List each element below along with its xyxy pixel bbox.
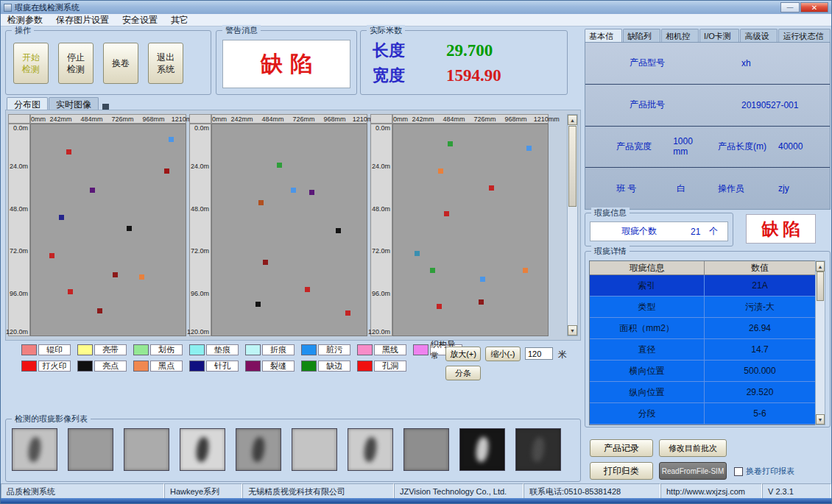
legend-swatch bbox=[21, 344, 37, 355]
length-input[interactable] bbox=[525, 347, 553, 360]
defect-thumbnail[interactable] bbox=[515, 428, 561, 471]
defect-marker[interactable] bbox=[526, 146, 532, 151]
defect-marker[interactable] bbox=[68, 289, 73, 294]
defect-marker[interactable] bbox=[113, 272, 118, 277]
x-tick-label: 242mm bbox=[49, 116, 71, 123]
defect-marker[interactable] bbox=[258, 200, 264, 205]
defect-table-row[interactable]: 直径14.7 bbox=[590, 339, 815, 361]
meters-group-label: 实际米数 bbox=[367, 25, 405, 36]
defect-marker[interactable] bbox=[309, 190, 314, 195]
scrollbar-thumb[interactable] bbox=[817, 271, 824, 301]
status-segment: 联系电话:0510-85381428 bbox=[523, 483, 660, 500]
defect-marker[interactable] bbox=[255, 302, 261, 307]
product-record-button[interactable]: 产品记录 bbox=[590, 439, 653, 457]
x-tick-label: 726mm bbox=[111, 116, 133, 123]
defect-marker[interactable] bbox=[263, 260, 268, 265]
menu-item[interactable]: 安全设置 bbox=[116, 14, 164, 26]
defect-table-row[interactable]: 纵向位置29.520 bbox=[590, 382, 815, 403]
defect-marker[interactable] bbox=[139, 274, 144, 280]
modify-batch-button[interactable]: 修改目前批次 bbox=[659, 439, 727, 457]
minimize-button[interactable]: — bbox=[780, 2, 800, 13]
table-scrollbar[interactable]: ▲ ▼ bbox=[815, 260, 825, 425]
operation-button[interactable]: 换卷 bbox=[103, 43, 138, 84]
x-tick-label: 484mm bbox=[443, 116, 465, 123]
defect-marker[interactable] bbox=[277, 163, 282, 168]
defect-thumbnail[interactable] bbox=[348, 428, 393, 471]
taskbar-strip bbox=[1, 498, 831, 503]
distribution-plot[interactable] bbox=[392, 124, 549, 336]
defect-marker[interactable] bbox=[415, 251, 420, 256]
menu-item[interactable]: 检测参数 bbox=[1, 14, 49, 26]
defect-marker[interactable] bbox=[127, 226, 132, 231]
defect-field-name: 纵向位置 bbox=[590, 382, 705, 402]
defect-marker[interactable] bbox=[164, 168, 169, 174]
defect-marker[interactable] bbox=[444, 211, 449, 216]
defect-thumbnail[interactable] bbox=[68, 428, 113, 471]
defect-table-row[interactable]: 索引21A bbox=[590, 275, 815, 297]
defect-marker[interactable] bbox=[336, 228, 341, 233]
legend-label: 黑点 bbox=[150, 361, 183, 372]
defect-thumbnail[interactable] bbox=[180, 428, 225, 471]
defect-marker[interactable] bbox=[291, 188, 296, 193]
defect-thumbnail[interactable] bbox=[292, 428, 337, 471]
defect-marker[interactable] bbox=[97, 308, 102, 313]
defect-marker[interactable] bbox=[59, 215, 64, 220]
print-classify-button[interactable]: 打印归类 bbox=[590, 462, 653, 480]
info-row: 产品宽度1000 mm产品长度(m)40000 bbox=[585, 127, 830, 168]
defect-thumbnail[interactable] bbox=[403, 428, 449, 471]
defect-marker[interactable] bbox=[66, 149, 71, 155]
field-value: 40000 bbox=[778, 141, 803, 152]
defect-thumbnail[interactable] bbox=[236, 428, 281, 471]
defect-marker[interactable] bbox=[437, 304, 442, 309]
defect-field-name: 直径 bbox=[590, 339, 705, 360]
defect-marker[interactable] bbox=[49, 253, 54, 258]
statusbar: 品质检测系统Hawkeye系列无锡精质视觉科技有限公司JZVision Tech… bbox=[1, 483, 831, 500]
info-cell: 操作员zjy bbox=[708, 182, 830, 195]
defect-marker[interactable] bbox=[430, 268, 435, 273]
plot-scrollbar[interactable]: ▲ ▼ bbox=[567, 114, 578, 336]
y-tick-label: 96.0m bbox=[191, 290, 209, 297]
zoom-out-button[interactable]: 缩小(-) bbox=[485, 347, 521, 361]
field-value: 20190527-001 bbox=[741, 100, 798, 110]
defect-marker[interactable] bbox=[438, 168, 443, 174]
scroll-up-icon[interactable]: ▲ bbox=[568, 115, 577, 125]
defect-table-row[interactable]: 横向位置500.000 bbox=[590, 361, 815, 382]
menu-item[interactable]: 其它 bbox=[164, 14, 195, 26]
defect-table-row[interactable]: 类型污渍-大 bbox=[590, 297, 815, 318]
defect-table-row[interactable]: 面积（mm2）26.94 bbox=[590, 318, 815, 339]
defect-thumbnail[interactable] bbox=[12, 428, 57, 471]
menu-item[interactable]: 保存图片设置 bbox=[49, 14, 116, 26]
thumbnail-group: 检测的瑕疵影像列表 bbox=[5, 419, 581, 482]
defect-marker[interactable] bbox=[480, 277, 485, 282]
defect-info-group-label: 瑕疵信息 bbox=[591, 207, 630, 219]
defect-thumbnail[interactable] bbox=[124, 428, 169, 471]
distribution-plot[interactable] bbox=[30, 124, 186, 336]
defect-field-value: 污渍-大 bbox=[705, 297, 815, 317]
defect-field-name: 类型 bbox=[590, 297, 705, 317]
split-button[interactable]: 分条 bbox=[445, 366, 481, 380]
read-from-file-button[interactable]: ReadFromFile-SIM bbox=[659, 462, 727, 480]
scroll-down-icon[interactable]: ▼ bbox=[816, 414, 825, 425]
defect-marker[interactable] bbox=[305, 287, 310, 292]
operation-button[interactable]: 停止 检测 bbox=[58, 43, 94, 84]
scrollbar-thumb[interactable] bbox=[568, 126, 577, 207]
defect-marker[interactable] bbox=[489, 185, 494, 191]
defect-thumbnail[interactable] bbox=[459, 428, 505, 471]
scroll-up-icon[interactable]: ▲ bbox=[816, 261, 825, 271]
defect-marker[interactable] bbox=[523, 268, 528, 273]
defect-marker[interactable] bbox=[169, 137, 174, 142]
operation-button[interactable]: 退出 系统 bbox=[148, 43, 183, 84]
defect-field-name: 横向位置 bbox=[590, 361, 705, 381]
scroll-down-icon[interactable]: ▼ bbox=[568, 325, 577, 336]
zoom-in-button[interactable]: 放大(+) bbox=[445, 347, 481, 361]
defect-table-row[interactable]: 分段5-6 bbox=[590, 403, 815, 425]
defect-marker[interactable] bbox=[479, 299, 484, 305]
distribution-plot[interactable] bbox=[211, 124, 367, 336]
defect-marker[interactable] bbox=[345, 310, 350, 316]
defect-marker[interactable] bbox=[448, 141, 453, 146]
close-button[interactable]: ✕ bbox=[800, 2, 828, 13]
roll-print-checkbox[interactable] bbox=[734, 467, 743, 476]
legend-item: 缺边 bbox=[301, 361, 350, 372]
defect-marker[interactable] bbox=[90, 188, 95, 193]
operation-button[interactable]: 开始 检测 bbox=[13, 43, 49, 84]
